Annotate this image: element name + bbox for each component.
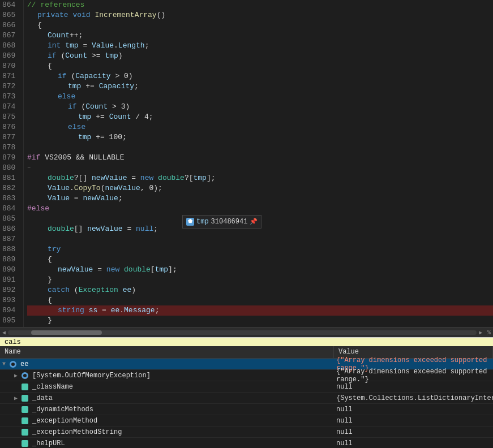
horizontal-scrollbar[interactable]: ◀ ▶ %	[0, 327, 493, 337]
locals-value-cell: null	[334, 383, 493, 391]
code-token: (	[77, 102, 86, 112]
code-token: Count	[48, 31, 70, 41]
locals-row[interactable]: _classNamenull	[0, 381, 493, 393]
expand-icon[interactable]: ▶	[14, 395, 20, 402]
code-editor[interactable]: 8648658668678688698708718728738748758768…	[0, 0, 493, 327]
locals-row[interactable]: _helpURLnull	[0, 438, 493, 448]
line-number: 895	[2, 316, 19, 326]
locals-value-cell: null	[334, 406, 493, 413]
code-token: {	[48, 255, 52, 265]
tooltip-value: 310486941	[211, 217, 248, 227]
code-token: newValue	[105, 183, 140, 193]
locals-row[interactable]: ▶[System.OutOfMemoryException]{"Array di…	[0, 370, 493, 381]
scroll-thumb[interactable]	[31, 330, 101, 335]
code-token: tmp	[78, 132, 91, 143]
code-token: tmp	[155, 265, 168, 275]
code-token: (	[101, 183, 105, 193]
code-token	[68, 10, 73, 20]
code-token: double	[48, 224, 74, 234]
line-number: 865	[2, 10, 19, 20]
code-token: CopyTo	[74, 326, 101, 327]
code-token: }	[48, 275, 52, 285]
field-icon	[22, 395, 28, 402]
code-token: Count	[85, 102, 108, 112]
code-line: newValue = new double[tmp];	[27, 265, 493, 275]
locals-name-cell: _dynamicMethods	[0, 406, 334, 413]
code-token: +=	[91, 112, 109, 122]
collapse-icon[interactable]: −	[27, 163, 31, 173]
locals-row[interactable]: _exceptionMethodStringnull	[0, 427, 493, 438]
code-token: >=	[87, 51, 105, 61]
field-icon	[22, 440, 28, 447]
code-token: =	[79, 41, 92, 51]
line-number: 877	[2, 132, 19, 143]
locals-name-cell: _helpURL	[0, 440, 334, 447]
code-token: ?[]	[74, 173, 92, 183]
locals-value-cell: null	[334, 440, 493, 447]
code-token: .	[114, 41, 118, 51]
locals-row[interactable]: _exceptionMethodnull	[0, 415, 493, 427]
code-token: (	[67, 71, 76, 81]
locals-row[interactable]: _dynamicMethodsnull	[0, 404, 493, 415]
locals-name-cell: _exceptionMethod	[0, 417, 334, 425]
code-token: .	[70, 326, 74, 327]
code-line: tmp += 100;	[27, 132, 493, 143]
debug-tooltip: ⬟ tmp 310486941 📌	[182, 215, 261, 229]
expand-icon[interactable]: ▼	[2, 361, 8, 367]
code-token: Count	[65, 51, 87, 61]
code-token: tmp	[105, 51, 118, 61]
code-token: ;	[155, 305, 160, 316]
code-line: #else	[27, 204, 493, 214]
line-number: 887	[2, 234, 19, 244]
locals-name-text: _exceptionMethod	[32, 417, 97, 425]
code-content[interactable]: // referencesprivate void IncrementArray…	[24, 0, 493, 327]
code-line	[27, 143, 493, 153]
code-token: double	[124, 265, 151, 275]
code-token: // references	[27, 0, 84, 10]
code-line: try	[27, 244, 493, 255]
line-number: 867	[2, 31, 19, 41]
field-icon	[22, 406, 28, 413]
code-token: .	[70, 183, 74, 193]
expand-icon[interactable]: ▶	[14, 372, 20, 379]
code-line: }	[27, 275, 493, 285]
editor-container: 8648658668678688698708718728738748758768…	[0, 0, 493, 448]
code-token: new	[106, 265, 119, 275]
code-token: )	[118, 51, 123, 61]
locals-value-cell: {"Array dimensions exceeded supported ra…	[334, 368, 493, 384]
tooltip-pin-button[interactable]: 📌	[250, 217, 258, 227]
line-number: 875	[2, 112, 19, 122]
code-token: Count	[109, 112, 131, 122]
code-line: if (Count > 3)	[27, 102, 493, 112]
code-token: if	[68, 102, 77, 112]
code-token: tmp	[78, 112, 91, 122]
code-line: {	[27, 61, 493, 71]
code-token: Capacity	[75, 71, 110, 81]
code-token: Capacity	[99, 81, 134, 92]
object-icon	[22, 372, 28, 379]
code-token: Message	[124, 305, 155, 316]
scroll-left-btn[interactable]: ◀	[2, 329, 6, 336]
code-token: .	[119, 305, 124, 316]
locals-name-cell: ▼ee	[0, 360, 334, 368]
code-token: else	[58, 92, 75, 102]
line-number: 870	[2, 61, 19, 71]
line-number: 896	[2, 326, 19, 327]
line-number: 864	[2, 0, 19, 10]
line-number: 868	[2, 41, 19, 51]
scroll-right-btn[interactable]: ▶	[479, 329, 482, 336]
line-number: 894	[2, 305, 19, 316]
field-icon	[22, 417, 28, 424]
status-label: cals	[5, 338, 21, 346]
code-token: newValue	[87, 224, 122, 234]
code-token: ;	[134, 81, 139, 92]
code-token: newValue	[58, 265, 93, 275]
code-token: new	[140, 173, 153, 183]
locals-value-cell: null	[334, 417, 493, 425]
code-token: , 0);	[140, 326, 162, 327]
code-line: Value = newValue;	[27, 193, 493, 204]
code-token: ss	[89, 305, 98, 316]
code-token: ++;	[70, 31, 83, 41]
scroll-track[interactable]	[8, 330, 477, 335]
locals-row[interactable]: ▶_data{System.Collections.ListDictionary…	[0, 393, 493, 404]
